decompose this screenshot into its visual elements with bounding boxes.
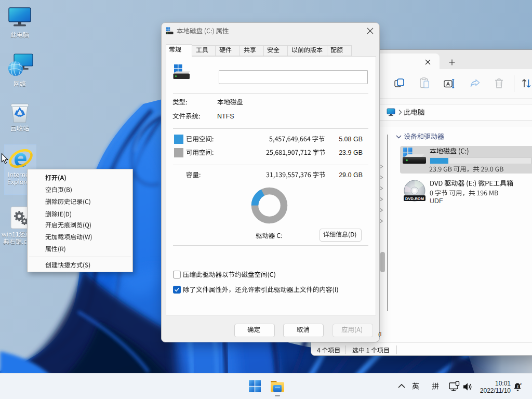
svg-text:z: z bbox=[520, 382, 522, 385]
svg-text:DVD-ROM: DVD-ROM bbox=[405, 196, 424, 201]
svg-text:z: z bbox=[517, 384, 519, 388]
